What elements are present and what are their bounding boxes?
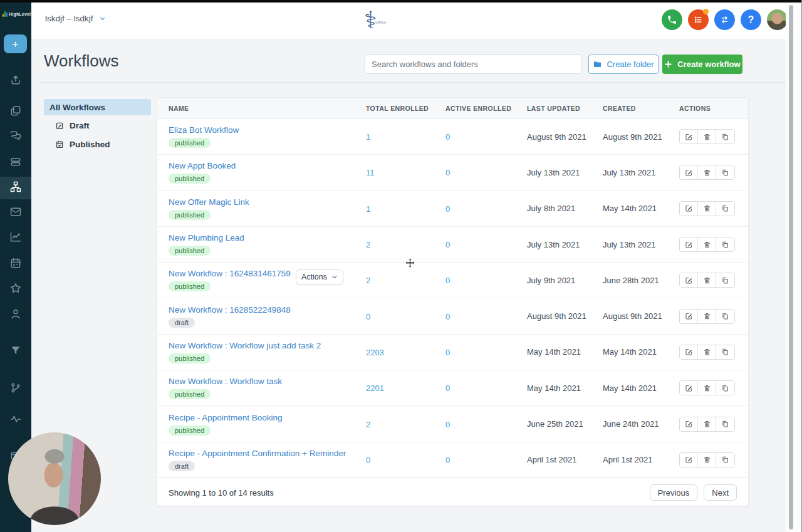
filter-draft[interactable]: Draft bbox=[56, 118, 151, 132]
sidebar-item-conversations[interactable] bbox=[0, 126, 31, 149]
created-cell: May 14th 2021 bbox=[603, 383, 679, 393]
sidebar-item-dashboard[interactable] bbox=[0, 101, 31, 123]
tasks-button[interactable] bbox=[688, 9, 709, 30]
next-button[interactable]: Next bbox=[704, 484, 737, 501]
search-input[interactable] bbox=[365, 55, 581, 74]
copy-button[interactable] bbox=[716, 130, 734, 143]
total-enrolled-link[interactable]: 0 bbox=[366, 456, 370, 465]
total-enrolled-link[interactable]: 2203 bbox=[366, 348, 384, 357]
copy-button[interactable] bbox=[716, 310, 734, 323]
row-actions-dropdown[interactable]: Actions bbox=[296, 269, 343, 284]
edit-button[interactable] bbox=[680, 130, 698, 143]
active-enrolled-link[interactable]: 0 bbox=[445, 132, 450, 142]
delete-button[interactable] bbox=[698, 273, 716, 287]
edit-button[interactable] bbox=[680, 165, 698, 179]
copy-button[interactable] bbox=[716, 237, 734, 251]
workflow-name-link[interactable]: New Plumbing Lead bbox=[169, 233, 244, 243]
copy-button[interactable] bbox=[716, 202, 734, 216]
edit-button[interactable] bbox=[680, 381, 698, 395]
help-button[interactable]: ? bbox=[741, 9, 761, 30]
brand-label: HighLevel bbox=[9, 12, 31, 16]
status-badge: published bbox=[169, 138, 211, 148]
active-enrolled-cell: 0 bbox=[445, 203, 527, 214]
workflow-name-link[interactable]: New Workflow : Workflow task bbox=[169, 377, 282, 386]
copy-button[interactable] bbox=[716, 345, 734, 359]
active-enrolled-link[interactable]: 0 bbox=[445, 348, 450, 357]
hipaa-label: HIPAA bbox=[375, 21, 387, 24]
total-enrolled-link[interactable]: 2 bbox=[366, 276, 370, 285]
total-enrolled-link[interactable]: 2 bbox=[366, 420, 370, 429]
total-enrolled-link[interactable]: 11 bbox=[366, 168, 375, 177]
edit-button[interactable] bbox=[680, 417, 698, 431]
copy-button[interactable] bbox=[716, 417, 734, 431]
copy-button[interactable] bbox=[716, 381, 734, 395]
scrollbar-track[interactable] bbox=[786, 3, 802, 532]
workflow-name-link[interactable]: New Workflow : 1628522249848 bbox=[169, 305, 291, 315]
edit-button[interactable] bbox=[680, 202, 698, 216]
trash-icon bbox=[703, 133, 711, 141]
total-enrolled-link[interactable]: 2201 bbox=[366, 383, 384, 393]
delete-button[interactable] bbox=[698, 345, 716, 359]
total-enrolled-link[interactable]: 1 bbox=[366, 204, 370, 214]
edit-button[interactable] bbox=[680, 345, 698, 359]
sidebar-item-opportunities[interactable] bbox=[0, 152, 31, 174]
sidebar-item-contacts[interactable] bbox=[0, 304, 31, 326]
active-enrolled-link[interactable]: 0 bbox=[445, 420, 450, 429]
active-enrolled-link[interactable]: 0 bbox=[445, 456, 450, 465]
edit-button[interactable] bbox=[680, 310, 698, 323]
edit-button[interactable] bbox=[680, 453, 698, 467]
phone-button[interactable] bbox=[662, 9, 682, 30]
active-enrolled-link[interactable]: 0 bbox=[445, 383, 450, 393]
sidebar-create-button[interactable]: + bbox=[4, 34, 27, 53]
workflow-name-link[interactable]: Recipe - Appointment Booking bbox=[169, 413, 283, 422]
create-workflow-button[interactable]: Create workflow bbox=[662, 55, 742, 74]
filter-published[interactable]: Published bbox=[56, 137, 151, 151]
workflow-name-link[interactable]: New Workflow : Workflow just add task 2 bbox=[169, 341, 321, 350]
sidebar-item-activity[interactable] bbox=[0, 409, 31, 432]
previous-button[interactable]: Previous bbox=[650, 484, 698, 501]
edit-icon bbox=[685, 133, 693, 141]
copy-button[interactable] bbox=[716, 453, 734, 467]
account-switcher[interactable]: lskdjf – lsdkjf bbox=[45, 14, 106, 23]
total-enrolled-link[interactable]: 2 bbox=[366, 240, 370, 249]
scrollbar-thumb[interactable] bbox=[789, 5, 793, 529]
transfer-button[interactable] bbox=[714, 9, 735, 30]
workflow-name-link[interactable]: Eliza Bot Workflow bbox=[169, 125, 239, 135]
delete-button[interactable] bbox=[698, 381, 716, 395]
active-enrolled-link[interactable]: 0 bbox=[445, 240, 450, 249]
sidebar-item-reviews[interactable] bbox=[0, 278, 31, 301]
copy-button[interactable] bbox=[716, 273, 734, 287]
create-folder-button[interactable]: Create folder bbox=[588, 55, 659, 74]
active-enrolled-link[interactable]: 0 bbox=[445, 312, 450, 321]
chart-icon bbox=[9, 231, 22, 246]
delete-button[interactable] bbox=[698, 165, 716, 179]
active-enrolled-link[interactable]: 0 bbox=[445, 276, 450, 285]
delete-button[interactable] bbox=[698, 310, 716, 323]
filter-all-workflows[interactable]: All Workflows bbox=[44, 99, 151, 115]
workflow-name-link[interactable]: New Workflow : 1624831461759 bbox=[169, 269, 291, 278]
total-enrolled-link[interactable]: 0 bbox=[366, 312, 370, 321]
copy-button[interactable] bbox=[716, 165, 734, 179]
active-enrolled-link[interactable]: 0 bbox=[445, 204, 450, 214]
user-avatar[interactable] bbox=[767, 9, 788, 30]
active-enrolled-link[interactable]: 0 bbox=[445, 168, 450, 177]
workflow-name-link[interactable]: New Offer Magic Link bbox=[169, 197, 249, 207]
trash-icon bbox=[703, 169, 711, 177]
total-enrolled-link[interactable]: 1 bbox=[366, 132, 370, 142]
sidebar-item-calendar[interactable] bbox=[0, 253, 31, 276]
sidebar-item-reporting[interactable] bbox=[0, 227, 31, 249]
edit-button[interactable] bbox=[680, 273, 698, 287]
delete-button[interactable] bbox=[698, 453, 716, 467]
sidebar-item-triggers[interactable] bbox=[0, 378, 31, 400]
delete-button[interactable] bbox=[698, 417, 716, 431]
edit-button[interactable] bbox=[680, 237, 698, 251]
sidebar-item-workflows[interactable] bbox=[0, 177, 31, 199]
workflow-name-link[interactable]: New Appt Booked bbox=[169, 161, 236, 170]
delete-button[interactable] bbox=[698, 202, 716, 216]
delete-button[interactable] bbox=[698, 237, 716, 251]
sidebar-item-email[interactable] bbox=[0, 202, 31, 224]
sidebar-item-funnels[interactable] bbox=[0, 341, 31, 363]
sidebar-item-launchpad[interactable] bbox=[0, 70, 31, 93]
workflow-name-link[interactable]: Recipe - Appointment Confirmation + Remi… bbox=[169, 449, 346, 458]
delete-button[interactable] bbox=[698, 130, 716, 143]
